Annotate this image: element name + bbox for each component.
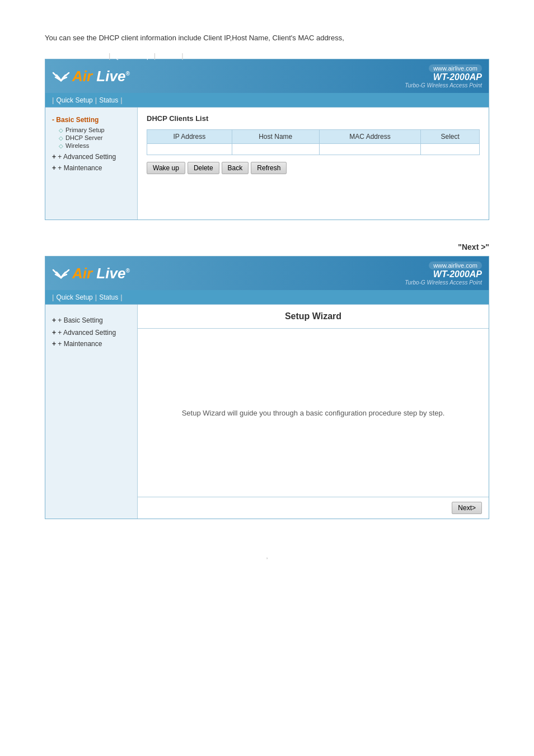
nav-bar-1: | Quick Setup | Status | (101, 49, 191, 62)
wizard-content: Setup Wizard will guide you through a ba… (138, 329, 489, 497)
maintenance-link-2[interactable]: + Maintenance (52, 339, 130, 349)
sidebar-1: - Basic Setting ◇ Primary Setup ◇ DHCP S… (45, 108, 138, 220)
header-right-2: www.airlive.com WT-2000AP Turbo-G Wirele… (405, 261, 482, 286)
wizard-description: Setup Wizard will guide you through a ba… (182, 409, 445, 417)
dhcp-table: IP Address Host Name MAC Address Select (147, 129, 480, 155)
router-panel-2: Air Live® www.airlive.com WT-2000AP Turb… (45, 256, 489, 519)
panel-header-1: Air Live® | Quick Setup | Status | www.a… (45, 59, 489, 93)
col-ip-address: IP Address (147, 130, 232, 144)
maintenance-link-1[interactable]: + Maintenance (52, 163, 130, 173)
logo-text-1: Air Live® (72, 68, 130, 85)
dhcp-button-row: Wake up Delete Back Refresh (147, 162, 480, 174)
model-name-2: WT-2000AP (405, 269, 482, 279)
model-subtitle-2: Turbo-G Wireless Access Point (405, 279, 482, 286)
nav-row-1: | Quick Setup | Status | (45, 93, 489, 108)
refresh-button[interactable]: Refresh (251, 162, 287, 174)
nav-quick-setup-2[interactable]: Quick Setup (56, 293, 92, 301)
basic-setting-link-2[interactable]: + Basic Setting (52, 315, 130, 325)
quick-setup-link-1[interactable]: Quick Setup (114, 52, 150, 60)
radio-icon-1: ◇ (59, 127, 63, 133)
sidebar-item-label: Primary Setup (65, 127, 105, 133)
wake-up-button[interactable]: Wake up (147, 162, 185, 174)
radio-icon-3: ◇ (59, 143, 63, 149)
next-button[interactable]: Next> (452, 502, 482, 514)
website-url-2: www.airlive.com (429, 262, 482, 269)
table-empty-row (147, 144, 480, 155)
sidebar-item-label: Wireless (65, 142, 89, 149)
logo-area-2: Air Live® (52, 265, 130, 282)
model-subtitle-1: Turbo-G Wireless Access Point (405, 82, 482, 88)
nav-quick-setup-1[interactable]: Quick Setup (56, 96, 92, 104)
radio-icon-2: ◇ (59, 135, 63, 141)
footer-comma: , (45, 553, 489, 559)
signal-icon-2 (52, 265, 70, 281)
next-label: "Next >" (45, 242, 489, 251)
col-select: Select (421, 130, 480, 144)
model-name-1: WT-2000AP (405, 72, 482, 82)
advanced-setting-link-2[interactable]: + Advanced Setting (52, 328, 130, 338)
back-button[interactable]: Back (222, 162, 249, 174)
nav-row-2: | Quick Setup | Status | (45, 290, 489, 305)
website-url-1: www.airlive.com (429, 64, 482, 72)
intro-text: You can see the DHCP client information … (45, 34, 489, 42)
sidebar-item-dhcp-server-1[interactable]: ◇ DHCP Server (52, 134, 130, 142)
sidebar-2: + Basic Setting + Advanced Setting + Mai… (45, 305, 138, 519)
basic-setting-label-1: - Basic Setting (52, 116, 130, 124)
col-host-name: Host Name (232, 130, 319, 144)
panel-body-2: + Basic Setting + Advanced Setting + Mai… (45, 305, 489, 519)
main-content-2: Setup Wizard Setup Wizard will guide you… (138, 305, 489, 519)
nav-status-1[interactable]: Status (99, 96, 118, 104)
delete-button[interactable]: Delete (188, 162, 219, 174)
wizard-footer: Next> (138, 497, 489, 519)
advanced-setting-link-1[interactable]: + Advanced Setting (52, 152, 130, 162)
status-link-1[interactable]: Status (159, 52, 178, 60)
router-panel-1: Air Live® | Quick Setup | Status | www.a… (45, 59, 489, 220)
sidebar-item-wireless-1[interactable]: ◇ Wireless (52, 142, 130, 150)
logo-area-1: Air Live® (52, 68, 130, 85)
sidebar-item-primary-setup-1[interactable]: ◇ Primary Setup (52, 126, 130, 134)
col-mac-address: MAC Address (319, 130, 421, 144)
panel-body-1: - Basic Setting ◇ Primary Setup ◇ DHCP S… (45, 108, 489, 220)
signal-icon (52, 68, 70, 84)
sidebar-item-label: DHCP Server (65, 134, 102, 141)
sidebar-basic-section-1: - Basic Setting ◇ Primary Setup ◇ DHCP S… (52, 116, 130, 150)
setup-wizard-title: Setup Wizard (138, 305, 489, 329)
logo-text-2: Air Live® (72, 265, 130, 282)
header-right-1: www.airlive.com WT-2000AP Turbo-G Wirele… (405, 64, 482, 88)
panel-header-2: Air Live® www.airlive.com WT-2000AP Turb… (45, 256, 489, 290)
nav-status-2[interactable]: Status (99, 293, 118, 301)
dhcp-clients-title: DHCP Clients List (147, 114, 480, 123)
main-content-1: DHCP Clients List IP Address Host Name M… (138, 108, 489, 220)
